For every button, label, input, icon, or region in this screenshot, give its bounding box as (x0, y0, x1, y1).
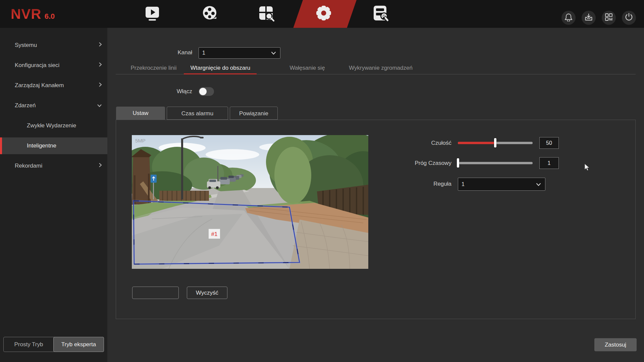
sidebar-item-intelligent[interactable]: Inteligentne (0, 137, 107, 154)
sidebar-item-network[interactable]: Konfiguracja sieci (0, 55, 107, 75)
top-bar: NVR 6.0 (0, 0, 644, 28)
notification-bell-icon (564, 13, 573, 23)
logo-version: 6.0 (45, 12, 55, 21)
power-icon (625, 13, 633, 23)
channel-dropdown[interactable]: 1 (199, 47, 280, 59)
simple-mode-button[interactable]: Prosty Tryb (4, 337, 54, 352)
clear-button[interactable]: Wyczyść (187, 287, 227, 299)
rule-dropdown[interactable]: 1 (458, 178, 545, 191)
power-button[interactable] (622, 11, 636, 25)
enable-label: Włącz (141, 87, 192, 96)
subtab-alarm-time[interactable]: Czas alarmu (167, 107, 228, 120)
mode-switch: Prosty Tryb Tryb eksperta (3, 337, 104, 352)
sidebar-item-records[interactable]: Rekordami (0, 156, 107, 176)
toggle-knob (199, 88, 207, 95)
sensitivity-slider-handle[interactable] (494, 138, 496, 147)
channel-value: 1 (202, 50, 205, 56)
chevron-right-icon (99, 35, 102, 55)
osd-resolution-label: 5MP (135, 138, 146, 143)
nav-playback-button[interactable] (198, 2, 221, 25)
sidebar-item-label: Inteligentne (27, 137, 56, 154)
subtab-set[interactable]: Ustaw (116, 107, 165, 120)
mouse-cursor (584, 163, 591, 173)
sidebar-item-label: Systemu (15, 35, 37, 55)
nvr-settings-window: NVR 6.0 (0, 0, 644, 362)
live-view-icon (143, 4, 161, 23)
chevron-right-icon (99, 75, 102, 96)
sidebar-item-events[interactable]: Zdarzeń (0, 96, 107, 116)
chevron-right-icon (99, 55, 102, 75)
smart-search-icon (257, 4, 275, 23)
camera-scene: 5MP #1 (132, 135, 368, 269)
subtab-linkage[interactable]: Powiązanie (230, 107, 278, 120)
sidebar-item-normal-event[interactable]: Zwykłe Wydarzenie (0, 116, 107, 136)
tab-loitering[interactable]: Wałęsanie się (289, 62, 325, 74)
qr-button[interactable] (602, 11, 616, 25)
sensitivity-value[interactable]: 50 (539, 137, 559, 149)
nav-smart-search-button[interactable] (254, 2, 278, 25)
settings-icon (314, 4, 333, 24)
tab-line-crossing[interactable]: Przekroczenie linii (131, 62, 177, 74)
sidebar: Systemu Konfiguracja sieci Zarządzaj Kan… (0, 28, 107, 362)
sidebar-item-label: Konfiguracja sieci (15, 55, 59, 75)
apply-button[interactable]: Zastosuj (594, 338, 637, 351)
time-threshold-slider-handle[interactable] (457, 158, 459, 168)
sidebar-item-channel[interactable]: Zarządzaj Kanałem (0, 75, 107, 96)
region-label: #1 (211, 231, 218, 237)
camera-preview-canvas[interactable]: 5MP #1 (132, 135, 368, 269)
time-threshold-label: Próg Czasowy (382, 157, 451, 169)
chevron-down-icon (271, 50, 276, 56)
time-threshold-value[interactable]: 1 (539, 157, 559, 169)
sidebar-item-label: Zwykłe Wydarzenie (27, 116, 76, 136)
channel-label: Kanał (141, 47, 192, 58)
sidebar-item-label: Zdarzeń (15, 96, 36, 116)
enable-toggle[interactable] (199, 87, 214, 96)
rule-value: 1 (462, 181, 465, 187)
selected-indicator (0, 137, 2, 154)
nav-maintenance-button[interactable] (368, 2, 392, 25)
time-threshold-slider[interactable] (458, 162, 533, 164)
chevron-right-icon (99, 156, 102, 176)
sidebar-item-label: Zarządzaj Kanałem (15, 75, 64, 96)
sidebar-item-system[interactable]: Systemu (0, 35, 107, 55)
notification-button[interactable] (561, 11, 576, 25)
playback-icon (201, 4, 219, 23)
sensitivity-slider-fill (458, 142, 495, 144)
tab-crowd-detection[interactable]: Wykrywanie zgromadzeń (349, 62, 413, 74)
app-logo: NVR 6.0 (11, 6, 55, 22)
draw-region-button[interactable] (132, 287, 179, 299)
download-icon (584, 13, 593, 23)
download-button[interactable] (582, 11, 596, 25)
sidebar-item-label: Rekordami (15, 156, 42, 176)
nav-live-view-button[interactable] (141, 2, 164, 25)
nav-settings-button[interactable] (312, 2, 335, 25)
logo-text: NVR (11, 6, 42, 22)
sensitivity-slider[interactable] (458, 142, 533, 144)
expert-mode-button[interactable]: Tryb eksperta (53, 337, 104, 352)
sensitivity-label: Czułość (382, 137, 451, 149)
chevron-down-icon (97, 96, 102, 116)
qr-grid-icon (604, 13, 613, 23)
rule-label: Reguła (382, 178, 451, 190)
maintenance-icon (371, 4, 389, 23)
chevron-down-icon (536, 181, 541, 187)
active-tab-underline (184, 73, 257, 74)
tab-area-intrusion[interactable]: Wtargnięcie do obszaru (191, 62, 251, 74)
